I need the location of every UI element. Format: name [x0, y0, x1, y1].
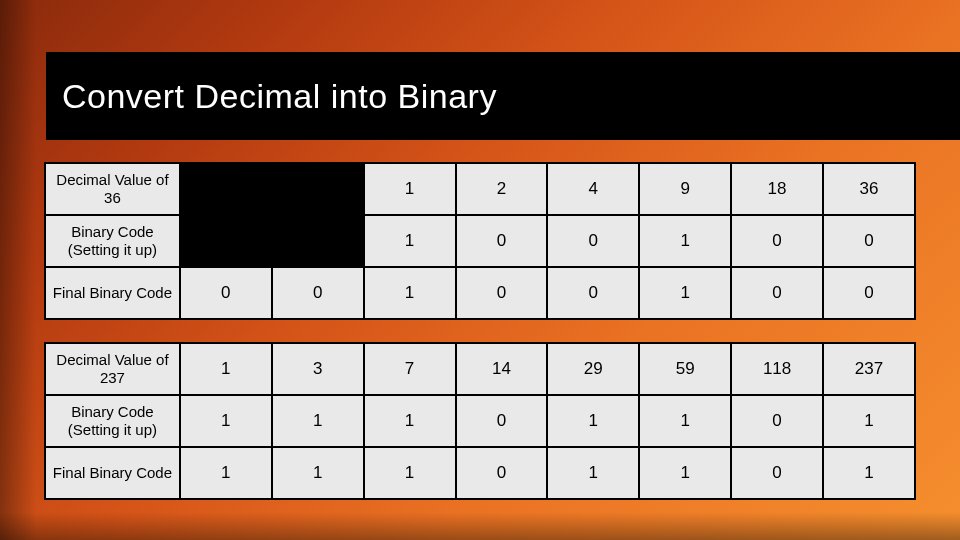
table-237: Decimal Value of 237 1 3 7 14 29 59 118 … [44, 342, 916, 500]
cell: 4 [547, 163, 639, 215]
cell: 1 [639, 267, 731, 319]
cell: 1 [639, 447, 731, 499]
row-header: Binary Code (Setting it up) [45, 395, 180, 447]
table-row: Final Binary Code 1 1 1 0 1 1 0 1 [45, 447, 915, 499]
cell: 18 [731, 163, 823, 215]
cell: 0 [456, 447, 548, 499]
cell: 1 [639, 395, 731, 447]
cell: 237 [823, 343, 915, 395]
cell: 1 [180, 395, 272, 447]
cell: 1 [180, 447, 272, 499]
cell: 59 [639, 343, 731, 395]
cell: 1 [272, 395, 364, 447]
cell: 0 [456, 395, 548, 447]
cell: 118 [731, 343, 823, 395]
table-row: Binary Code (Setting it up) 1 0 0 1 0 0 [45, 215, 915, 267]
cell: 1 [823, 395, 915, 447]
cell: 0 [731, 395, 823, 447]
cell: 9 [639, 163, 731, 215]
table-row: Decimal Value of 36 1 2 4 9 18 36 [45, 163, 915, 215]
cell: 0 [180, 267, 272, 319]
empty-cell [272, 163, 364, 215]
cell: 3 [272, 343, 364, 395]
row-header: Decimal Value of 237 [45, 343, 180, 395]
cell: 1 [364, 447, 456, 499]
cell: 1 [364, 215, 456, 267]
cell: 1 [547, 395, 639, 447]
bottom-shadow [0, 512, 960, 540]
cell: 0 [456, 215, 548, 267]
empty-cell [272, 215, 364, 267]
cell: 0 [823, 267, 915, 319]
cell: 1 [364, 267, 456, 319]
cell: 0 [547, 267, 639, 319]
empty-cell [180, 215, 272, 267]
row-header: Final Binary Code [45, 267, 180, 319]
left-shadow [0, 0, 36, 540]
cell: 0 [731, 215, 823, 267]
row-header: Decimal Value of 36 [45, 163, 180, 215]
cell: 1 [180, 343, 272, 395]
table-gap [44, 320, 916, 342]
title-bar: Convert Decimal into Binary [46, 52, 960, 140]
cell: 7 [364, 343, 456, 395]
row-header: Final Binary Code [45, 447, 180, 499]
cell: 1 [364, 163, 456, 215]
cell: 0 [731, 267, 823, 319]
table-row: Binary Code (Setting it up) 1 1 1 0 1 1 … [45, 395, 915, 447]
cell: 2 [456, 163, 548, 215]
cell: 1 [639, 215, 731, 267]
cell: 1 [823, 447, 915, 499]
cell: 36 [823, 163, 915, 215]
cell: 0 [547, 215, 639, 267]
cell: 0 [731, 447, 823, 499]
empty-cell [180, 163, 272, 215]
cell: 1 [364, 395, 456, 447]
cell: 0 [456, 267, 548, 319]
table-row: Final Binary Code 0 0 1 0 0 1 0 0 [45, 267, 915, 319]
row-header: Binary Code (Setting it up) [45, 215, 180, 267]
cell: 0 [823, 215, 915, 267]
cell: 1 [547, 447, 639, 499]
content-area: Decimal Value of 36 1 2 4 9 18 36 Binary… [44, 162, 916, 500]
cell: 29 [547, 343, 639, 395]
cell: 14 [456, 343, 548, 395]
cell: 0 [272, 267, 364, 319]
slide-title: Convert Decimal into Binary [46, 77, 497, 116]
cell: 1 [272, 447, 364, 499]
table-36: Decimal Value of 36 1 2 4 9 18 36 Binary… [44, 162, 916, 320]
slide: Convert Decimal into Binary Decimal Valu… [0, 0, 960, 540]
table-row: Decimal Value of 237 1 3 7 14 29 59 118 … [45, 343, 915, 395]
